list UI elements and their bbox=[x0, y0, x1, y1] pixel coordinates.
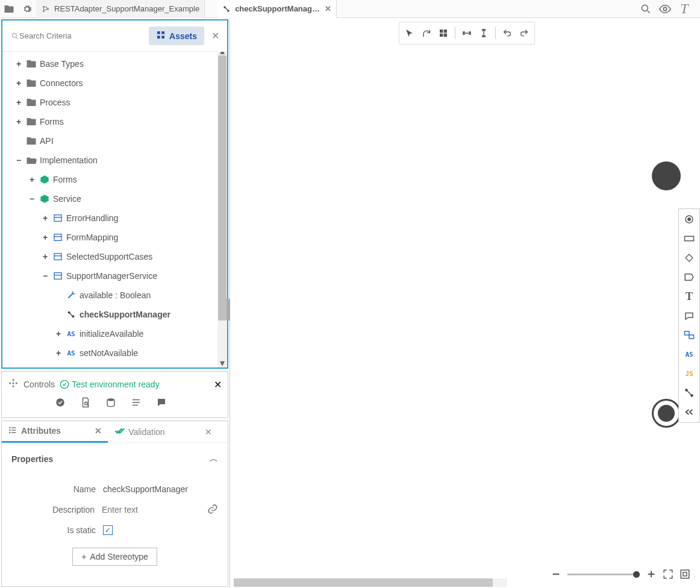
expand-icon[interactable]: + bbox=[39, 233, 52, 242]
expand-icon[interactable]: + bbox=[52, 329, 65, 339]
tree-item-setreturn[interactable]: + AS setReturn bbox=[2, 363, 227, 367]
tree-item-errorhandling[interactable]: + ErrorHandling bbox=[2, 208, 227, 228]
class-icon bbox=[52, 233, 64, 242]
close-icon[interactable]: ✕ bbox=[95, 426, 102, 436]
list-icon[interactable] bbox=[131, 397, 142, 410]
assets-filter-button[interactable]: Assets bbox=[149, 27, 204, 45]
signal-tool-icon[interactable] bbox=[683, 271, 696, 284]
tab-diagram[interactable]: checkSupportManag… ✕ bbox=[217, 0, 337, 18]
svg-rect-14 bbox=[54, 254, 61, 260]
undo-icon[interactable] bbox=[501, 27, 514, 40]
folder-icon bbox=[25, 136, 37, 146]
editor-scrollbar-horizontal[interactable] bbox=[234, 578, 507, 587]
collapse-icon[interactable]: − bbox=[12, 155, 25, 165]
tree-item-implementation[interactable]: − Implementation bbox=[2, 151, 227, 170]
close-icon[interactable]: ✕ bbox=[208, 29, 222, 43]
collapse-icon[interactable]: − bbox=[39, 271, 52, 281]
canvas[interactable] bbox=[230, 18, 700, 588]
tab-model-file[interactable]: RESTAdapter_SupportManager_Example bbox=[36, 0, 205, 18]
fit-icon[interactable] bbox=[680, 569, 690, 580]
tab-attributes[interactable]: Attributes ✕ bbox=[2, 421, 108, 443]
file-search-icon[interactable] bbox=[80, 397, 91, 410]
tree-item-impl-forms[interactable]: + Forms bbox=[2, 170, 227, 189]
link-icon[interactable] bbox=[207, 504, 218, 516]
expand-icon[interactable]: + bbox=[52, 348, 65, 358]
zoom-out-button[interactable] bbox=[551, 569, 561, 580]
initial-node[interactable] bbox=[652, 161, 681, 190]
final-node[interactable] bbox=[652, 399, 681, 428]
tree-item-selectedsupportcases[interactable]: + SelectedSupportCases bbox=[2, 247, 227, 266]
tab-label: RESTAdapter_SupportManager_Example bbox=[54, 4, 199, 13]
expand-icon[interactable]: + bbox=[39, 213, 52, 223]
embed-tool-icon[interactable] bbox=[683, 328, 696, 342]
tree-item-checksupportmanager[interactable]: checkSupportManager bbox=[2, 305, 227, 324]
close-icon[interactable]: ✕ bbox=[205, 427, 212, 437]
fullscreen-icon[interactable] bbox=[663, 569, 673, 580]
transition-tool-icon[interactable] bbox=[683, 386, 696, 399]
zoom-slider-thumb[interactable] bbox=[633, 571, 640, 578]
eye-icon-button[interactable] bbox=[655, 0, 675, 18]
close-icon[interactable]: ✕ bbox=[214, 379, 222, 390]
search-icon-button[interactable] bbox=[636, 0, 655, 18]
tree-item-base-types[interactable]: + Base Types bbox=[2, 54, 227, 74]
shield-check-icon[interactable] bbox=[55, 397, 66, 410]
zoom-slider[interactable] bbox=[567, 574, 640, 575]
zoom-in-button[interactable] bbox=[646, 569, 657, 580]
class-icon bbox=[52, 271, 64, 281]
scroll-up-icon[interactable]: ▴ bbox=[219, 52, 226, 54]
tree-item-process[interactable]: + Process bbox=[2, 93, 227, 112]
tree-item-api[interactable]: API bbox=[2, 131, 227, 151]
as-tool-icon[interactable]: AS bbox=[683, 348, 696, 361]
fit-height-icon[interactable] bbox=[477, 27, 490, 40]
collapse-icon[interactable]: − bbox=[25, 194, 39, 204]
tree-item-supportmanagerservice[interactable]: − SupportManagerService bbox=[2, 266, 227, 286]
folder-icon-button[interactable] bbox=[0, 0, 18, 18]
refresh-icon[interactable] bbox=[420, 27, 433, 40]
expand-icon[interactable]: + bbox=[12, 117, 25, 127]
scroll-down-icon[interactable]: ▾ bbox=[219, 359, 226, 366]
grid-icon[interactable] bbox=[437, 27, 450, 40]
chevron-up-icon[interactable]: ︿ bbox=[210, 454, 218, 464]
collapse-palette-icon[interactable] bbox=[683, 405, 696, 419]
as-badge-icon: AS bbox=[65, 349, 77, 357]
tree-item-available[interactable]: available : Boolean bbox=[2, 286, 227, 305]
action-tool-icon[interactable] bbox=[683, 232, 696, 245]
diagram-editor[interactable]: T AS JS bbox=[230, 18, 700, 588]
decision-tool-icon[interactable] bbox=[683, 251, 696, 264]
tree-item-connectors[interactable]: + Connectors bbox=[2, 74, 227, 93]
cursor-icon[interactable] bbox=[403, 27, 416, 40]
svg-point-6 bbox=[663, 7, 667, 11]
js-tool-icon[interactable]: JS bbox=[683, 367, 696, 380]
database-icon[interactable] bbox=[105, 397, 116, 410]
scroll-thumb[interactable] bbox=[234, 578, 493, 587]
text-tool-icon[interactable]: T bbox=[683, 290, 696, 303]
close-icon[interactable]: ✕ bbox=[325, 4, 331, 13]
tree-scrollbar[interactable]: ▴ ▾ bbox=[217, 52, 227, 367]
comment-icon[interactable] bbox=[156, 397, 167, 410]
expand-icon[interactable]: + bbox=[25, 175, 39, 184]
name-value[interactable]: checkSupportManager bbox=[103, 484, 188, 494]
tree-item-service[interactable]: − Service bbox=[2, 189, 227, 208]
add-stereotype-button[interactable]: + Add Stereotype bbox=[72, 548, 157, 566]
expand-icon[interactable]: + bbox=[12, 59, 25, 69]
description-input[interactable] bbox=[102, 505, 207, 514]
text-t-icon-button[interactable]: T bbox=[675, 0, 694, 18]
is-static-checkbox[interactable]: ✓ bbox=[103, 525, 113, 535]
search-input[interactable] bbox=[19, 31, 142, 40]
tree-item-formmapping[interactable]: + FormMapping bbox=[2, 228, 227, 247]
fit-width-icon[interactable] bbox=[460, 27, 473, 40]
expand-icon[interactable]: + bbox=[12, 98, 25, 107]
tree-item-setnotavailable[interactable]: + AS setNotAvailable bbox=[2, 343, 227, 363]
tree-item-forms[interactable]: + Forms bbox=[2, 112, 227, 131]
note-tool-icon[interactable] bbox=[683, 309, 696, 322]
tab-validation[interactable]: Validation ✕ bbox=[108, 421, 217, 443]
expand-icon[interactable]: + bbox=[12, 78, 25, 88]
expand-icon[interactable]: + bbox=[39, 252, 52, 261]
svg-rect-10 bbox=[157, 36, 160, 39]
gear-icon-button[interactable] bbox=[18, 0, 36, 18]
redo-icon[interactable] bbox=[517, 27, 531, 40]
initial-node-tool-icon[interactable] bbox=[683, 213, 696, 226]
folder-icon bbox=[25, 78, 37, 89]
tree-item-initializeavailable[interactable]: + AS initializeAvailable bbox=[2, 324, 227, 343]
scroll-thumb[interactable] bbox=[218, 55, 227, 321]
